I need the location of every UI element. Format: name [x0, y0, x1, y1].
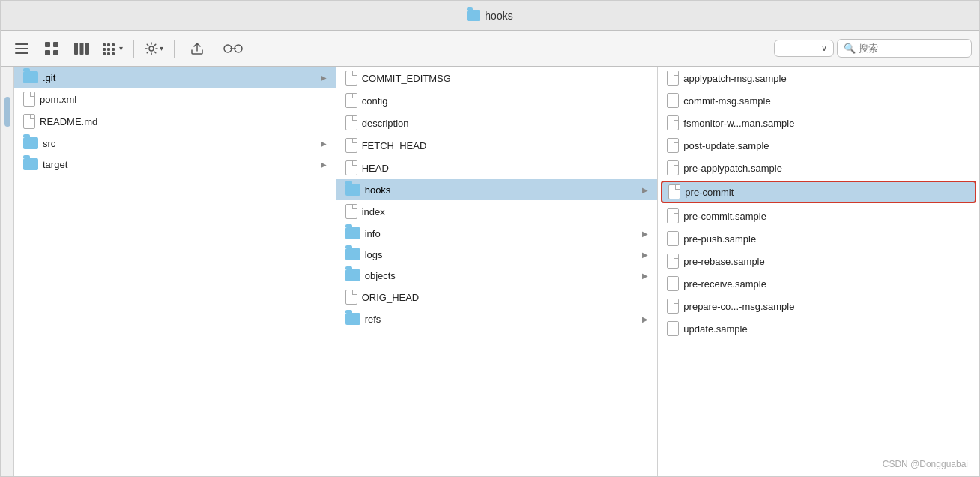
- file-icon: [667, 298, 679, 314]
- gear-chevron: ▾: [160, 44, 163, 52]
- gear-dropdown[interactable]: ▾: [140, 39, 168, 58]
- link-button[interactable]: [217, 37, 249, 61]
- item-label: ORIG_HEAD: [362, 292, 420, 303]
- file-icon: [668, 184, 680, 200]
- list-item[interactable]: COMMIT_EDITMSG: [336, 67, 658, 89]
- file-icon: [667, 321, 679, 336]
- list-item[interactable]: config: [336, 89, 658, 112]
- svg-rect-13: [107, 48, 110, 51]
- file-icon: [345, 138, 357, 153]
- list-item[interactable]: info▶: [336, 223, 658, 244]
- sort-chevron: ∨: [821, 44, 827, 53]
- svg-rect-0: [15, 44, 28, 45]
- window-title: hooks: [467, 10, 512, 22]
- item-label: refs: [365, 314, 381, 325]
- file-icon: [23, 92, 35, 106]
- list-item[interactable]: index: [336, 200, 658, 223]
- file-icon: [667, 208, 679, 224]
- folder-icon: [345, 269, 360, 281]
- search-icon: 🔍: [844, 43, 856, 54]
- list-item[interactable]: post-update.sample: [658, 134, 979, 157]
- list-item[interactable]: FETCH_HEAD: [336, 134, 658, 157]
- folder-icon: [345, 313, 360, 325]
- item-label: objects: [365, 270, 396, 281]
- list-item[interactable]: applypatch-msg.sample: [658, 67, 979, 89]
- title-text: hooks: [485, 10, 512, 22]
- sort-dropdown[interactable]: ∨: [774, 40, 834, 57]
- list-item[interactable]: pom.xml: [14, 88, 336, 110]
- file-icon: [667, 231, 679, 246]
- file-icon: [667, 70, 679, 86]
- list-item[interactable]: description: [336, 112, 658, 134]
- share-button[interactable]: [181, 37, 214, 61]
- svg-rect-18: [112, 52, 115, 55]
- view-list-button[interactable]: [8, 37, 35, 61]
- item-label: .git: [43, 72, 55, 83]
- item-label: info: [365, 228, 381, 239]
- svg-rect-14: [103, 52, 106, 55]
- list-item[interactable]: pre-commit.sample: [658, 205, 979, 227]
- item-label: COMMIT_EDITMSG: [362, 73, 451, 84]
- file-icon: [345, 70, 357, 86]
- list-item[interactable]: README.md: [14, 110, 336, 133]
- middle-column: COMMIT_EDITMSGconfigdescriptionFETCH_HEA…: [336, 67, 659, 477]
- list-item[interactable]: refs▶: [336, 308, 658, 329]
- view-grid-button[interactable]: [38, 37, 65, 61]
- item-label: config: [362, 95, 388, 106]
- list-item[interactable]: pre-applypatch.sample: [658, 157, 979, 179]
- item-label: commit-msg.sample: [683, 95, 770, 106]
- file-icon: [345, 160, 357, 176]
- list-item[interactable]: pre-commit: [661, 181, 976, 203]
- item-label: pom.xml: [40, 94, 76, 105]
- item-label: src: [43, 138, 55, 149]
- item-label: README.md: [40, 116, 97, 128]
- item-label: pre-receive.sample: [683, 278, 766, 290]
- list-item[interactable]: fsmonitor-w...man.sample: [658, 112, 979, 134]
- item-label: index: [362, 206, 385, 218]
- list-item[interactable]: src▶: [14, 133, 336, 154]
- search-bar[interactable]: 🔍: [837, 39, 972, 58]
- svg-rect-2: [15, 52, 28, 54]
- file-icon: [667, 138, 679, 153]
- list-item[interactable]: target▶: [14, 154, 336, 175]
- svg-rect-5: [45, 50, 50, 56]
- chevron-right-icon: ▶: [642, 186, 648, 194]
- list-item[interactable]: commit-msg.sample: [658, 89, 979, 112]
- list-item[interactable]: pre-push.sample: [658, 227, 979, 250]
- list-item[interactable]: HEAD: [336, 157, 658, 179]
- list-item[interactable]: pre-rebase.sample: [658, 250, 979, 272]
- svg-rect-11: [107, 44, 110, 46]
- item-label: HEAD: [362, 163, 389, 174]
- svg-rect-6: [53, 50, 58, 56]
- title-folder-icon: [467, 10, 480, 21]
- item-label: pre-push.sample: [683, 233, 756, 244]
- search-input[interactable]: [859, 43, 956, 54]
- chevron-right-icon: ▶: [642, 230, 648, 238]
- list-item[interactable]: .git▶: [14, 67, 336, 88]
- svg-rect-4: [53, 42, 58, 47]
- item-label: post-update.sample: [683, 140, 769, 152]
- scroll-thumb[interactable]: [4, 97, 10, 127]
- chevron-right-icon: ▶: [642, 250, 648, 259]
- folder-icon: [23, 158, 38, 170]
- list-item[interactable]: logs▶: [336, 244, 658, 265]
- list-item[interactable]: objects▶: [336, 265, 658, 286]
- svg-rect-8: [80, 43, 84, 55]
- list-item[interactable]: hooks▶: [336, 179, 658, 200]
- view-options-chevron: ▾: [119, 44, 123, 52]
- folder-icon: [345, 248, 360, 260]
- file-icon: [345, 93, 357, 108]
- item-label: FETCH_HEAD: [362, 140, 427, 152]
- list-item[interactable]: ORIG_HEAD: [336, 286, 658, 308]
- item-label: pre-rebase.sample: [683, 256, 764, 267]
- chevron-right-icon: ▶: [642, 315, 648, 323]
- list-item[interactable]: prepare-co...-msg.sample: [658, 295, 979, 317]
- list-item[interactable]: pre-receive.sample: [658, 272, 979, 295]
- list-item[interactable]: update.sample: [658, 317, 979, 340]
- chevron-right-icon: ▶: [321, 74, 327, 82]
- view-columns-button[interactable]: [68, 37, 95, 61]
- file-icon: [667, 116, 679, 130]
- item-label: hooks: [365, 184, 391, 196]
- file-icon: [23, 114, 35, 129]
- view-options-dropdown[interactable]: ▾: [98, 40, 127, 58]
